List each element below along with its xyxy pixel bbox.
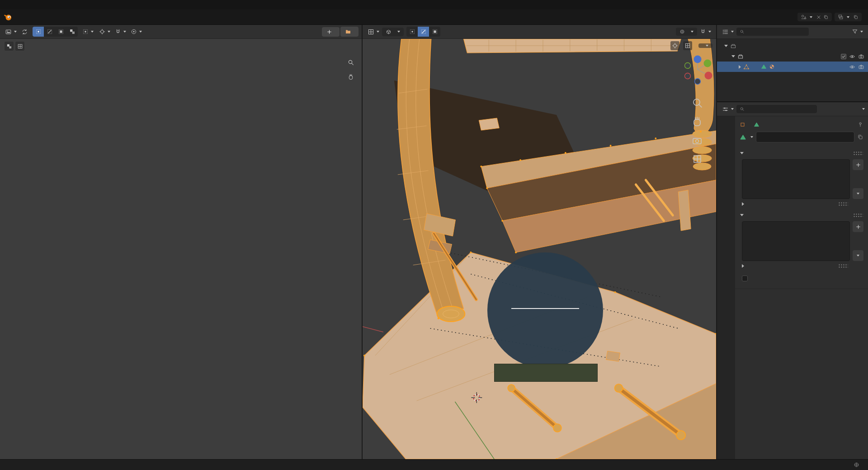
collapse-icon[interactable] (740, 152, 744, 154)
shape-keys-list[interactable] (742, 221, 850, 261)
outliner-search[interactable] (736, 28, 809, 36)
uv-editor-header (0, 25, 362, 39)
panel-drag-grip[interactable] (853, 151, 863, 156)
search-input[interactable] (747, 106, 814, 112)
mesh-data-icon (740, 134, 746, 141)
expand-icon[interactable] (739, 65, 741, 69)
scene-collection-icon (730, 43, 736, 49)
collection-checkbox[interactable] (841, 54, 846, 59)
select-mode-edge[interactable] (418, 27, 429, 37)
new-scene-icon[interactable] (823, 14, 829, 20)
new-image-button[interactable] (322, 27, 340, 37)
editor-type-dropdown[interactable] (366, 27, 381, 37)
search-input[interactable] (747, 28, 806, 35)
add-shape-key-button[interactable] (853, 221, 863, 232)
snap-toggle[interactable] (698, 27, 713, 36)
list-resize-grip[interactable] (838, 264, 848, 268)
add-rest-position-checkbox[interactable] (742, 275, 748, 281)
mesh-name-field[interactable] (756, 132, 854, 142)
close-button[interactable] (848, 0, 868, 9)
editor-type-dropdown[interactable] (720, 27, 736, 37)
right-panel (717, 25, 868, 459)
window-titlebar (0, 0, 868, 9)
select-mode-vertex[interactable] (33, 27, 44, 37)
folder-icon (345, 28, 351, 35)
disable-render-icon[interactable] (858, 53, 864, 60)
navigation-gizmo[interactable] (682, 53, 713, 176)
uv-canvas[interactable] (0, 39, 362, 459)
uv-gizmo-toggle-icon[interactable] (15, 42, 24, 51)
network-icon[interactable] (854, 462, 859, 468)
mode-dropdown[interactable] (382, 28, 404, 36)
fake-user-icon[interactable] (857, 134, 863, 140)
hide-eye-icon[interactable] (849, 53, 855, 60)
viewlayer-selector[interactable] (835, 13, 862, 21)
mesh-data-icon (761, 64, 767, 70)
overlays-toggle-icon[interactable] (683, 41, 692, 50)
pan-hand-icon[interactable] (347, 73, 354, 81)
viewport-3d (363, 25, 717, 459)
mesh-select-mode (406, 27, 440, 37)
breadcrumb (735, 119, 868, 130)
search-icon (740, 29, 745, 34)
options-dropdown[interactable] (698, 43, 712, 48)
pin-icon[interactable] (857, 121, 863, 128)
shape-key-specials-button[interactable] (853, 250, 863, 261)
pivot-dropdown[interactable] (97, 27, 112, 36)
gizmo-toggle-icon[interactable] (670, 41, 679, 50)
open-image-button[interactable] (340, 27, 359, 37)
object-icon (740, 122, 745, 128)
uv-select-mode (33, 27, 78, 37)
expand-icon[interactable] (731, 55, 735, 57)
add-rest-position-row[interactable] (735, 271, 868, 287)
disable-render-icon[interactable] (858, 64, 864, 70)
properties-content (735, 116, 868, 459)
collapse-icon[interactable] (740, 214, 744, 216)
proportional-edit-dropdown[interactable] (129, 27, 144, 36)
new-viewlayer-icon[interactable] (853, 14, 859, 20)
sticky-select-dropdown[interactable] (80, 27, 95, 36)
blender-logo-icon[interactable] (4, 13, 13, 22)
editor-type-dropdown[interactable] (720, 104, 736, 114)
viewport-render[interactable] (363, 39, 716, 459)
add-vertex-group-button[interactable] (853, 159, 863, 170)
vertex-groups-panel-header[interactable] (735, 147, 868, 159)
properties-tabs (717, 116, 735, 459)
select-mode-face[interactable] (429, 27, 440, 37)
topbar (0, 9, 868, 25)
browse-data-icon[interactable] (750, 136, 753, 138)
vertex-groups-list[interactable] (742, 159, 850, 199)
expand-icon[interactable] (724, 45, 728, 47)
unlink-scene-icon[interactable] (816, 14, 821, 20)
shape-keys-panel-header[interactable] (735, 209, 868, 221)
uv-editor-content (0, 39, 362, 459)
uv-overlay-toggle-icon[interactable] (5, 42, 14, 51)
hide-eye-icon[interactable] (849, 64, 855, 70)
transform-orientation-dropdown[interactable] (676, 28, 697, 36)
properties-header (717, 102, 868, 116)
list-resize-grip[interactable] (838, 202, 848, 206)
maximize-button[interactable] (827, 0, 848, 9)
outliner-row-object-ctb-base[interactable] (717, 62, 868, 72)
expand-icon[interactable] (742, 264, 744, 268)
vertex-group-specials-button[interactable] (853, 188, 863, 199)
editor-type-dropdown[interactable] (3, 27, 19, 37)
chevron-down-icon[interactable] (862, 108, 865, 110)
filter-icon[interactable] (850, 27, 865, 36)
expand-icon[interactable] (742, 202, 744, 206)
select-mode-vertex[interactable] (406, 27, 418, 37)
select-mode-face[interactable] (55, 27, 66, 37)
uv-sync-toggle[interactable] (19, 27, 30, 37)
snap-dropdown[interactable] (113, 27, 128, 36)
select-mode-island[interactable] (66, 27, 78, 37)
panel-drag-grip[interactable] (853, 213, 863, 218)
outliner-row-collection[interactable] (717, 51, 868, 62)
outliner-row-scene-collection[interactable] (717, 41, 868, 51)
zoom-icon[interactable] (347, 59, 354, 66)
properties-search[interactable] (736, 105, 817, 113)
minimize-button[interactable] (807, 0, 827, 9)
scene-selector[interactable] (797, 13, 832, 21)
viewlayer-icon (838, 14, 844, 20)
statusbar (0, 459, 868, 470)
select-mode-edge[interactable] (44, 27, 55, 37)
